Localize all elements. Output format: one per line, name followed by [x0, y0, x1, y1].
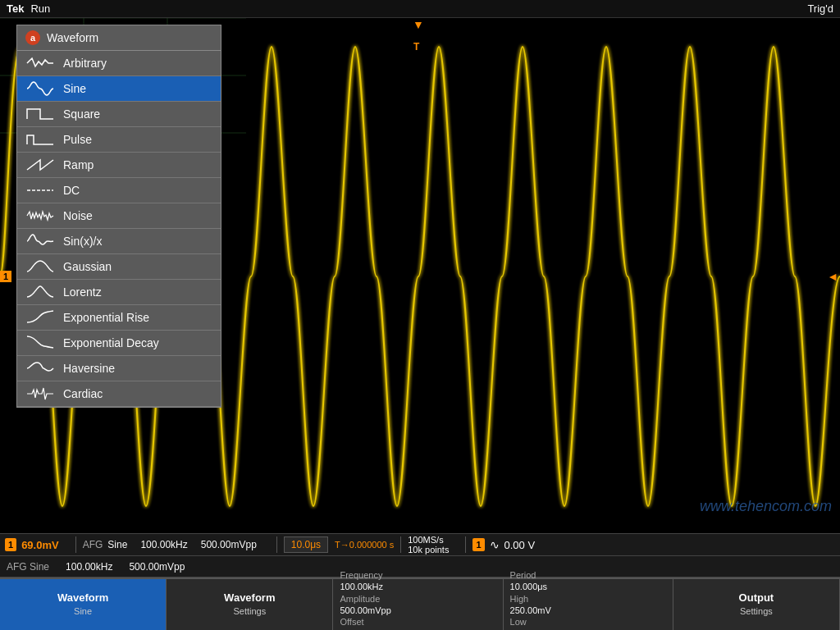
period-high-low-btn[interactable]: Period 10.000μs High 250.00mV Low -250.0… — [504, 579, 673, 630]
waveform-settings-btn[interactable]: Waveform Settings — [167, 579, 333, 630]
waveform-sine-label2: Sine — [74, 605, 92, 617]
period-label: Period — [510, 569, 536, 581]
time-offset: T→0.000000 s — [335, 540, 394, 550]
waveform-sine-label1: Waveform — [57, 591, 108, 605]
menu-item-icon-pulse — [25, 131, 55, 148]
output-settings-label2: Settings — [740, 605, 773, 617]
menu-item-exp-rise[interactable]: Exponential Rise — [17, 305, 221, 331]
freq-val: 100.00kHz — [340, 581, 383, 592]
menu-item-label-lorentz: Lorentz — [63, 285, 212, 299]
waveform-settings-label1: Waveform — [224, 591, 275, 605]
menu-item-lorentz[interactable]: Lorentz — [17, 280, 221, 305]
high-val: 250.00mV — [510, 605, 551, 616]
ch1-left-marker: 1 — [0, 271, 11, 282]
status-bar: 1 69.0mV AFG Sine 100.00kHz 500.00mVpp 1… — [0, 533, 840, 556]
waveform-settings-label2: Settings — [233, 605, 266, 617]
menu-item-noise[interactable]: Noise — [17, 203, 221, 229]
sample-rate: 100MS/s — [408, 535, 449, 545]
output-settings-btn[interactable]: Output Settings — [673, 579, 840, 630]
menu-header: a Waveform — [17, 25, 221, 51]
menu-item-icon-cardiac — [25, 386, 55, 402]
watermark: www.tehencom.com — [700, 498, 832, 515]
trigger-t-label: T — [413, 41, 419, 52]
menu-item-icon-sine — [25, 80, 55, 97]
period-val: 10.000μs — [510, 581, 547, 592]
sine-icon: ∿ — [490, 538, 500, 551]
afg-bar-freq: 100.00kHz — [66, 561, 112, 573]
menu-item-haversine[interactable]: Haversine — [17, 356, 221, 381]
points: 10k points — [408, 545, 449, 555]
afg-type: Sine — [107, 539, 127, 550]
menu-item-label-cardiac: Cardiac — [63, 387, 212, 400]
menu-item-label-ramp: Ramp — [63, 158, 212, 171]
menu-items: ArbitrarySineSquarePulseRampDCNoiseSin(x… — [17, 51, 221, 407]
menu-item-label-exp-decay: Exponential Decay — [63, 336, 212, 349]
afg-amplitude: 500.00mVpp — [201, 539, 257, 550]
afg-bar: AFG Sine 100.00kHz 500.00mVpp — [0, 556, 840, 578]
ch1-badge: 1 — [5, 538, 16, 551]
menu-item-exp-decay[interactable]: Exponential Decay — [17, 331, 221, 356]
ch1-voltage: 69.0mV — [21, 539, 59, 551]
waveform-menu: a Waveform ArbitrarySineSquarePulseRampD… — [16, 25, 221, 408]
menu-item-icon-exp-rise — [25, 309, 55, 326]
menu-item-gaussian[interactable]: Gaussian — [17, 254, 221, 280]
menu-item-icon-gaussian — [25, 258, 55, 275]
ch1-right-badge: 1 — [472, 538, 484, 551]
afg-bar-amplitude: 500.00mVpp — [129, 561, 185, 573]
voltage-right: 0.00 V — [504, 539, 536, 551]
menu-item-icon-sinx-x — [25, 233, 55, 249]
waveform-sine-btn[interactable]: Waveform Sine — [0, 579, 167, 630]
menu-item-label-dc: DC — [63, 184, 212, 197]
menu-item-label-square: Square — [63, 107, 212, 121]
menu-item-label-exp-rise: Exponential Rise — [63, 311, 212, 324]
menu-item-label-pulse: Pulse — [63, 133, 212, 146]
low-label: Low — [510, 616, 527, 628]
output-settings-label1: Output — [739, 591, 774, 605]
menu-item-icon-arbitrary — [25, 55, 55, 71]
trigger-marker-top: ▼ — [413, 18, 424, 31]
menu-item-icon-haversine — [25, 360, 55, 377]
menu-item-square[interactable]: Square — [17, 102, 221, 127]
afg-freq: 100.00kHz — [140, 539, 187, 550]
menu-item-cardiac[interactable]: Cardiac — [17, 381, 221, 407]
menu-title: Waveform — [47, 31, 98, 44]
offset-label: Offset — [340, 616, 363, 628]
afg-label: AFG — [83, 539, 103, 550]
freq-label: Frequency — [340, 569, 382, 581]
time-div: 10.0μs — [284, 536, 328, 553]
menu-item-label-sine: Sine — [63, 82, 212, 95]
brand-label: Tek — [7, 2, 24, 15]
menu-icon: a — [25, 30, 40, 45]
run-status: Run — [30, 2, 50, 15]
menu-item-icon-ramp — [25, 157, 55, 173]
menu-item-arbitrary[interactable]: Arbitrary — [17, 51, 221, 76]
menu-item-pulse[interactable]: Pulse — [17, 127, 221, 153]
afg-bar-label: AFG Sine — [7, 561, 49, 573]
menu-item-icon-exp-decay — [25, 335, 55, 351]
bottom-bar: Waveform Sine Waveform Settings Frequenc… — [0, 578, 840, 630]
menu-item-label-sinx-x: Sin(x)/x — [63, 235, 212, 248]
right-arrow-marker: ◄ — [827, 270, 838, 283]
menu-item-sine[interactable]: Sine — [17, 76, 221, 102]
menu-item-label-noise: Noise — [63, 209, 212, 222]
top-bar: Tek Run Trig'd — [0, 0, 840, 18]
menu-item-label-gaussian: Gaussian — [63, 260, 212, 273]
high-label: High — [510, 593, 529, 605]
amp-val: 500.00mVpp — [340, 605, 390, 616]
freq-amp-offset-btn[interactable]: Frequency 100.00kHz Amplitude 500.00mVpp… — [333, 579, 503, 630]
menu-item-dc[interactable]: DC — [17, 178, 221, 203]
amp-label: Amplitude — [340, 593, 380, 605]
menu-item-label-haversine: Haversine — [63, 362, 212, 375]
menu-item-icon-square — [25, 106, 55, 122]
trig-status: Trig'd — [807, 2, 833, 15]
menu-item-label-arbitrary: Arbitrary — [63, 57, 212, 70]
menu-item-sinx-x[interactable]: Sin(x)/x — [17, 229, 221, 254]
menu-item-icon-noise — [25, 208, 55, 224]
menu-item-icon-dc — [25, 182, 55, 199]
menu-item-ramp[interactable]: Ramp — [17, 153, 221, 178]
menu-item-icon-lorentz — [25, 284, 55, 300]
